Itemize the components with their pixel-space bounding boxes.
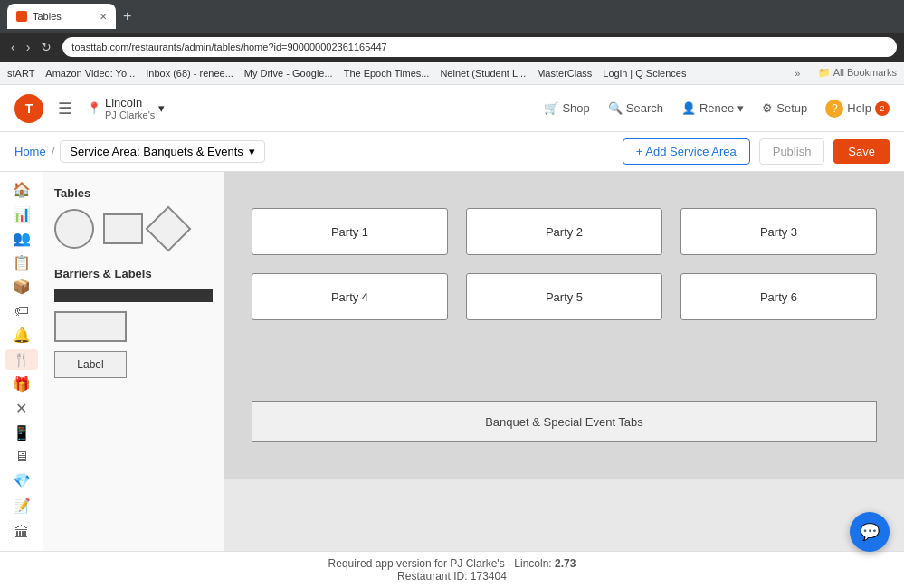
table-party-1-label: Party 1 — [331, 225, 368, 239]
sidenav-docs[interactable]: 📝 — [5, 495, 38, 516]
forward-button[interactable]: › — [23, 38, 34, 56]
user-menu[interactable]: 👤 Renee ▾ — [681, 101, 744, 115]
rect-table-shape[interactable] — [103, 213, 143, 244]
help-label: Help — [847, 101, 871, 115]
table-party-5[interactable]: Party 5 — [466, 273, 662, 320]
chat-fab-button[interactable]: 💬 — [850, 512, 890, 552]
add-service-area-button[interactable]: + Add Service Area — [623, 138, 750, 165]
bookmarks-more[interactable]: » — [795, 68, 800, 79]
chat-icon: 💬 — [860, 522, 880, 542]
sidenav-home[interactable]: 🏠 — [5, 179, 38, 200]
shop-icon: 🛒 — [544, 101, 558, 115]
restaurant-id-label: Restaurant ID: — [397, 570, 467, 583]
service-area-label: Service Area: Banquets & Events — [70, 145, 243, 158]
sidenav-gift[interactable]: 🎁 — [5, 374, 38, 394]
sidenav-integrations[interactable]: 💎 — [5, 470, 38, 491]
location-pin-icon: 📍 — [87, 101, 101, 115]
version-text: Required app version for PJ Clarke's - L… — [328, 557, 552, 570]
sidenav-orders[interactable]: 📋 — [5, 252, 38, 273]
sidenav-analytics[interactable]: 📊 — [5, 204, 38, 224]
setup-label: Setup — [776, 101, 807, 115]
address-bar[interactable]: toasttab.com/restaurants/admin/tables/ho… — [62, 37, 897, 57]
shop-label: Shop — [562, 101, 589, 115]
search-icon: 🔍 — [608, 101, 623, 115]
user-chevron-icon: ▾ — [737, 101, 744, 115]
help-icon: ? — [825, 100, 843, 118]
help-button[interactable]: ? Help 2 — [825, 100, 890, 118]
bookmark-inbox[interactable]: Inbox (68) - renee... — [146, 68, 233, 79]
browser-address-bar: ‹ › ↻ toasttab.com/restaurants/admin/tab… — [0, 33, 904, 62]
tab-label: Tables — [33, 11, 62, 22]
breadcrumb-home[interactable]: Home — [14, 145, 46, 158]
banner-label: Banquet & Special Event Tabs — [485, 415, 643, 429]
black-barrier-item[interactable] — [54, 289, 213, 302]
sidenav-menu[interactable]: 📦 — [5, 276, 38, 297]
sidenav-tables[interactable]: 🍴 — [5, 349, 38, 370]
table-party-4-label: Party 4 — [331, 290, 368, 304]
search-button[interactable]: 🔍 Search — [608, 101, 663, 115]
table-party-2[interactable]: Party 2 — [466, 208, 662, 255]
sidenav-marketing[interactable]: 🔔 — [5, 325, 38, 346]
bookmark-drive[interactable]: My Drive - Google... — [244, 68, 333, 79]
table-party-3[interactable]: Party 3 — [680, 208, 877, 255]
shop-button[interactable]: 🛒 Shop — [544, 101, 589, 115]
sidenav-settings[interactable]: 🏛 — [5, 523, 38, 544]
rect-barrier-item[interactable] — [54, 311, 127, 342]
user-name: Renee — [699, 101, 734, 115]
setup-icon: ⚙ — [762, 101, 773, 115]
active-tab[interactable]: Tables ✕ — [7, 4, 116, 29]
breadcrumb-separator: / — [52, 145, 55, 158]
version-line: Required app version for PJ Clarke's - L… — [0, 557, 904, 570]
new-tab-button[interactable]: + — [123, 8, 131, 24]
sidenav-labor[interactable]: 🏷 — [5, 300, 38, 321]
table-party-1[interactable]: Party 1 — [252, 208, 448, 255]
diamond-table-shape[interactable] — [146, 206, 192, 252]
back-button[interactable]: ‹ — [7, 38, 19, 56]
label-item[interactable]: Label — [54, 351, 127, 378]
refresh-button[interactable]: ↻ — [37, 38, 55, 56]
sidenav-guests[interactable]: 👥 — [5, 228, 38, 249]
location-name: Lincoln — [105, 96, 155, 109]
bookmark-qsciences[interactable]: Login | Q Sciences — [603, 68, 686, 79]
bookmark-amazon[interactable]: Amazon Video: Yo... — [45, 68, 135, 79]
service-area-dropdown[interactable]: Service Area: Banquets & Events ▾ — [60, 140, 265, 163]
restaurant-id-value: 173404 — [471, 570, 507, 583]
bookmark-masterclass[interactable]: MasterClass — [537, 68, 592, 79]
all-bookmarks[interactable]: 📁 All Bookmarks — [818, 67, 897, 79]
help-badge: 2 — [875, 101, 890, 116]
table-party-2-label: Party 2 — [546, 225, 583, 239]
version-number: 2.73 — [555, 557, 576, 570]
bookmark-nelnet[interactable]: Nelnet (Student L... — [440, 68, 526, 79]
banner-table[interactable]: Banquet & Special Event Tabs — [252, 401, 877, 442]
table-party-3-label: Party 3 — [760, 225, 797, 239]
left-panel: Tables Barriers & Labels Label — [43, 172, 224, 551]
restaurant-id-line: Restaurant ID: 173404 — [0, 570, 904, 583]
save-button[interactable]: Save — [833, 139, 890, 164]
table-party-5-label: Party 5 — [546, 290, 583, 304]
header-right: 🛒 Shop 🔍 Search 👤 Renee ▾ ⚙ Setup ? Help… — [544, 100, 890, 118]
main-content: 🏠 📊 👥 📋 📦 🏷 🔔 🍴 🎁 ✕ 📱 🖥 💎 📝 🏛 Tables — [0, 172, 904, 551]
tab-close-btn[interactable]: ✕ — [100, 12, 107, 22]
location-selector[interactable]: 📍 Lincoln PJ Clarke's ▾ — [87, 96, 165, 120]
table-canvas: Party 1 Party 2 Party 3 Party 4 Party 5 — [224, 172, 904, 479]
nav-buttons: ‹ › ↻ — [7, 38, 55, 56]
tab-favicon — [16, 11, 27, 22]
toolbar: Home / Service Area: Banquets & Events ▾… — [0, 132, 904, 172]
sidenav-reporting[interactable]: 🖥 — [5, 446, 38, 467]
bookmark-epoch[interactable]: The Epoch Times... — [344, 68, 430, 79]
bookmark-start[interactable]: stART — [7, 68, 34, 79]
app-logo: T — [14, 94, 43, 123]
publish-button[interactable]: Publish — [759, 138, 825, 165]
hamburger-menu[interactable]: ☰ — [58, 99, 72, 119]
table-party-4[interactable]: Party 4 — [252, 273, 448, 320]
sublocation-name: PJ Clarke's — [105, 109, 155, 120]
sidenav-close[interactable]: ✕ — [5, 398, 38, 419]
table-party-6-label: Party 6 — [760, 290, 797, 304]
app-container: T ☰ 📍 Lincoln PJ Clarke's ▾ 🛒 Shop 🔍 Sea… — [0, 85, 904, 588]
setup-button[interactable]: ⚙ Setup — [762, 101, 807, 115]
location-text: Lincoln PJ Clarke's — [105, 96, 155, 120]
sidenav-devices[interactable]: 📱 — [5, 422, 38, 443]
circle-table-shape[interactable] — [54, 209, 94, 249]
table-party-6[interactable]: Party 6 — [680, 273, 877, 320]
table-grid: Party 1 Party 2 Party 3 Party 4 Party 5 — [224, 172, 904, 356]
